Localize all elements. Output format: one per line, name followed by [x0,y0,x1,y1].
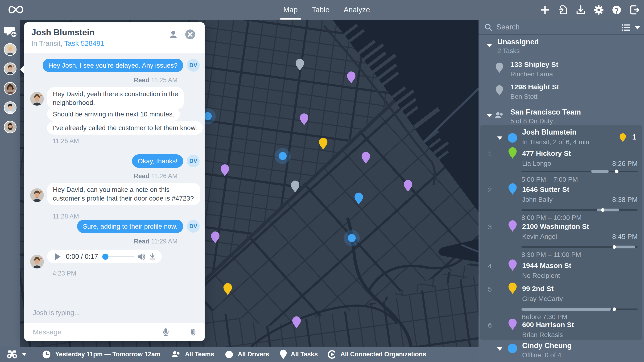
task-address[interactable]: 2100 Washington St [522,222,589,230]
task-address[interactable]: 1646 Sutter St [522,186,569,194]
task-recipient: Rinchen Lama [510,70,553,78]
task-time-slider[interactable] [522,308,638,310]
task-pin-icon [496,85,503,96]
collapse-driver-icon[interactable] [497,347,502,351]
task-address[interactable]: 1944 Mason St [522,262,571,270]
task-time-window: 8:00 PM – 10:00 PM [522,214,582,222]
message-bubble-received: I’ve already called the customer to let … [47,121,203,134]
slider-handle[interactable] [601,208,605,212]
all-tasks-icon[interactable] [280,350,287,360]
close-chat-icon[interactable] [185,29,196,40]
group-title-unassigned[interactable]: Unassigned [498,38,539,46]
time-range-icon[interactable] [42,350,51,359]
slider-handle[interactable] [613,245,616,249]
onfleet-logo-icon[interactable] [8,6,24,14]
task-pin-icon [508,183,517,195]
audio-progress-bar[interactable] [103,256,134,257]
task-eta: 8:38 PM [612,196,638,204]
map-driver-dot[interactable] [204,112,212,120]
download-audio-icon[interactable] [149,253,156,260]
task-address[interactable]: 99 2nd St [522,285,554,293]
task-recipient: No Recipient [522,272,560,280]
logout-icon[interactable] [626,0,644,20]
task-address[interactable]: 477 Hickory St [522,150,571,158]
task-time-slider[interactable] [522,171,638,172]
route-stop-number: 3 [486,223,493,231]
avatar-driver-3[interactable] [4,82,16,95]
avatar-driver-1[interactable] [4,43,16,56]
driver-status-dot [508,133,517,142]
message-input[interactable] [33,323,155,341]
collapse-unassigned-icon[interactable] [486,44,492,48]
driver-name[interactable]: Cindy Cheung [522,342,572,350]
task-address[interactable]: 600 Harrison St [522,321,574,329]
task-time-window: Before 7:30 PM [522,313,568,321]
chat-messages: Hey Josh, I see you’re delayed. Any issu… [24,54,204,323]
task-address[interactable]: 133 Shipley St [510,60,558,68]
map-driver-dot[interactable] [348,234,356,242]
chat-task-link[interactable]: Task 528491 [64,39,104,47]
read-label: Read [134,238,149,245]
avatar-driver-4[interactable] [4,101,16,114]
avatar-driver-5[interactable] [4,121,16,134]
chevron-down-icon[interactable] [22,353,27,356]
route-stop-number: 1 [486,150,493,158]
audio-progress-handle[interactable] [102,254,108,260]
volume-icon[interactable] [138,253,145,260]
all-drivers-icon[interactable] [225,350,233,359]
task-time-slider[interactable] [522,209,638,211]
avatar-driver-2-selected[interactable] [4,62,16,75]
audio-message-player: 0:00 / 0:17 [47,250,162,263]
filter-all-connected-organizations[interactable]: All Connected Organizations [340,351,426,358]
sidebar-search-row [478,20,644,35]
new-chat-icon[interactable] [3,24,17,38]
chat-status-prefix: In Transit, [31,39,64,47]
lookout-binoculars-icon[interactable] [6,350,18,359]
slider-handle[interactable] [615,170,618,173]
filter-time-range[interactable]: Yesterday 11pm — Tomorrow 12am [55,351,160,358]
route-stop-number: 4 [486,262,493,270]
list-view-icon[interactable] [621,23,630,32]
search-input[interactable] [496,20,600,34]
read-receipt: Read 11:29 AM [134,238,178,245]
settings-gear-icon[interactable] [590,0,608,20]
collapse-driver-icon[interactable] [497,136,502,140]
play-icon[interactable] [55,253,60,260]
topbar-actions [536,0,644,20]
team-icon [494,112,504,120]
import-icon[interactable] [554,0,572,20]
add-icon[interactable] [536,0,554,20]
tab-map[interactable]: Map [276,0,305,20]
attach-file-icon[interactable] [189,328,198,336]
filter-bar: Yesterday 11pm — Tomorrow 12am All Teams… [0,347,478,362]
download-icon[interactable] [572,0,590,20]
help-icon[interactable] [608,0,626,20]
read-receipt: Read 11:25 AM [134,76,178,84]
view-profile-icon[interactable] [168,29,179,40]
group-title-team[interactable]: San Francisco Team [510,108,581,116]
chat-panel-tail [20,65,24,74]
message-bubble-received: Hey David, yeah there’s construction in … [47,87,184,109]
tab-table[interactable]: Table [305,0,336,20]
map-driver-dot[interactable] [279,152,287,160]
message-bubble-sent: Sure, adding to their profile now. [77,220,183,233]
message-bubble-received: Should be arriving in the next 10 minute… [47,108,180,121]
task-time-slider[interactable] [522,246,638,248]
task-address[interactable]: 1298 Haight St [510,83,559,91]
driver-name[interactable]: Josh Blumstein [522,128,576,136]
all-connected-organizations-icon[interactable] [328,350,336,359]
slider-handle[interactable] [613,308,616,311]
chevron-down-icon[interactable] [634,26,640,30]
read-label: Read [134,172,149,180]
collapse-team-icon[interactable] [486,114,492,118]
filter-all-tasks[interactable]: All Tasks [291,351,318,358]
filter-all-teams[interactable]: All Teams [185,351,214,358]
timestamp: 11:25 AM [52,138,79,145]
record-voice-icon[interactable] [162,328,170,336]
message-bubble-received: Hey David, can you make a note on this c… [47,183,200,205]
filter-all-drivers[interactable]: All Drivers [238,351,269,358]
initials: DV [189,223,197,230]
tab-analyze[interactable]: Analyze [336,0,377,20]
all-teams-icon[interactable] [171,350,181,358]
route-stop-number: 2 [486,186,493,194]
